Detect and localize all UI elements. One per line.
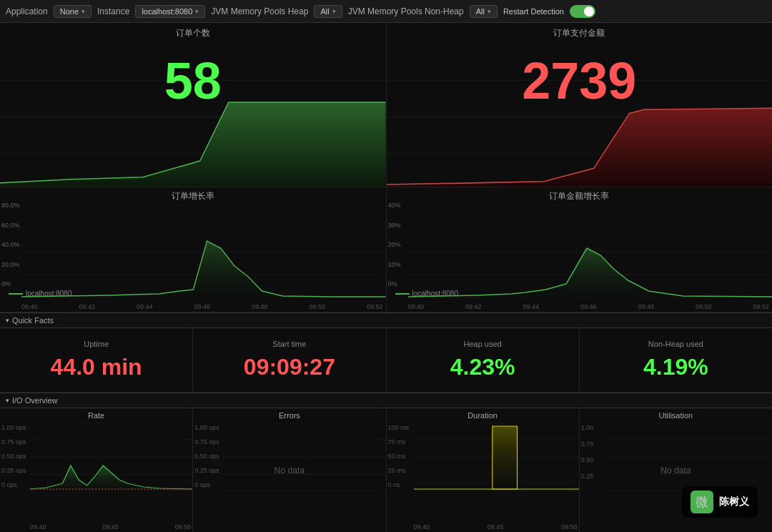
order-amount-title: 订单支付金额 <box>387 23 773 44</box>
order-growth-chart <box>21 205 386 298</box>
utilisation-no-data: No data <box>660 466 691 476</box>
watermark-text: 陈树义 <box>719 496 749 508</box>
duration-chart <box>414 423 579 491</box>
utilisation-chart <box>604 423 772 491</box>
io-overview-header[interactable]: ▾ I/O Overview <box>0 393 772 408</box>
svg-marker-25 <box>30 466 192 491</box>
order-amount-value: 2739 <box>522 51 636 110</box>
order-amount-panel: 订单支付金额 2739 <box>387 23 773 187</box>
order-amount-growth-chart <box>408 205 773 298</box>
non-heap-filter-dropdown[interactable]: All ▾ <box>470 5 498 18</box>
chevron-down-icon: ▾ <box>81 8 85 15</box>
order-growth-panel: 订单增长率 80.0% 60.0% 40.0% 20.0% 0% <box>0 187 387 312</box>
top-charts-row: 订单个数 58 订单支付 <box>0 23 772 187</box>
middle-charts-row: 订单增长率 80.0% 60.0% 40.0% 20.0% 0% <box>0 187 772 312</box>
io-charts-row: Rate 1.00 ops 0.75 ops 0.50 ops 0.25 ops… <box>0 408 772 532</box>
legend-line-icon <box>9 293 23 295</box>
svg-marker-7 <box>387 108 773 187</box>
heap-filter-dropdown[interactable]: All ▾ <box>314 5 342 18</box>
chevron-icon: ▾ <box>6 317 9 324</box>
errors-y-labels: 1.00 ops 0.75 ops 0.50 ops 0.25 ops 0 op… <box>194 424 219 488</box>
top-navigation: Application None ▾ Instance localhost:80… <box>0 0 772 23</box>
uptime-panel: Uptime 44.0 min <box>0 328 193 392</box>
order-amount-growth-x-axis: 09:4009:4209:4409:4609:4809:5009:52 <box>408 303 770 310</box>
duration-y-labels: 100 ms 75 ms 50 ms 25 ms 0 ns <box>388 424 410 488</box>
order-amount-growth-title: 订单金额增长率 <box>387 187 773 205</box>
rate-x-labels: 09:4009:4509:50 <box>30 523 191 531</box>
none-dropdown[interactable]: None ▾ <box>54 5 91 18</box>
heap-used-value: 4.23% <box>450 354 515 380</box>
instance-dropdown[interactable]: localhost:8080 ▾ <box>135 5 205 18</box>
errors-panel: Errors 1.00 ops 0.75 ops 0.50 ops 0.25 o… <box>193 408 386 532</box>
non-heap-used-label: Non-Heap used <box>648 340 703 348</box>
order-growth-y-axis: 80.0% 60.0% 40.0% 20.0% 0% <box>1 202 20 287</box>
chevron-down-icon: ▾ <box>488 8 491 15</box>
uptime-label: Uptime <box>84 340 109 348</box>
instance-label: Instance <box>97 6 129 16</box>
application-label: Application <box>6 6 48 16</box>
chevron-icon: ▾ <box>6 397 9 404</box>
restart-detection-toggle[interactable] <box>570 5 595 18</box>
order-count-title: 订单个数 <box>0 23 386 44</box>
duration-title: Duration <box>387 408 579 423</box>
non-heap-used-value: 4.19% <box>643 354 708 380</box>
non-heap-label: JVM Memory Pools Non-Heap <box>348 6 464 16</box>
duration-x-labels: 09:4009:4509:50 <box>414 523 578 531</box>
duration-panel: Duration 100 ms 75 ms 50 ms 25 ms 0 ns <box>387 408 580 532</box>
order-amount-growth-panel: 订单金额增长率 40% 30% 20% 10% 0% <box>387 187 773 312</box>
restart-detection-label: Restart Detection <box>503 7 564 16</box>
legend-line-icon <box>395 293 410 295</box>
main-content: 订单个数 58 订单支付 <box>0 23 772 532</box>
watermark-icon: 微 <box>691 491 713 513</box>
quick-facts-header[interactable]: ▾ Quick Facts <box>0 312 772 328</box>
non-heap-used-panel: Non-Heap used 4.19% <box>580 328 772 392</box>
svg-rect-37 <box>492 426 517 489</box>
order-count-value: 58 <box>164 51 222 110</box>
watermark: 微 陈树义 <box>682 486 758 518</box>
rate-panel: Rate 1.00 ops 0.75 ops 0.50 ops 0.25 ops… <box>0 408 193 532</box>
order-count-panel: 订单个数 58 <box>0 23 387 187</box>
svg-marker-3 <box>0 102 386 187</box>
uptime-value: 44.0 min <box>51 354 142 380</box>
order-amount-growth-legend: localhost:8080 <box>391 288 463 299</box>
rate-chart <box>30 423 192 491</box>
chevron-down-icon: ▾ <box>332 8 336 15</box>
errors-chart <box>223 423 385 491</box>
chevron-down-icon: ▾ <box>195 8 199 15</box>
utilisation-title: Utilisation <box>580 408 772 423</box>
rate-y-labels: 1.00 ops 0.75 ops 0.50 ops 0.25 ops 0 op… <box>1 424 26 488</box>
errors-title: Errors <box>193 408 385 423</box>
utilisation-y-labels: 1.00 0.75 0.50 0.25 <box>581 424 594 488</box>
start-time-value: 09:09:27 <box>244 354 335 380</box>
heap-used-label: Heap used <box>464 340 502 348</box>
order-growth-legend: localhost:8080 <box>4 288 76 299</box>
start-time-label: Start time <box>272 340 306 348</box>
order-growth-title: 订单增长率 <box>0 187 386 205</box>
order-amount-growth-y-axis: 40% 30% 20% 10% 0% <box>388 202 401 287</box>
quick-facts-row: Uptime 44.0 min Start time 09:09:27 Heap… <box>0 328 772 393</box>
rate-title: Rate <box>0 408 192 423</box>
errors-no-data: No data <box>274 466 305 476</box>
order-growth-x-axis: 09:4009:4209:4409:4609:4809:5009:52 <box>21 303 383 310</box>
heap-label: JVM Memory Pools Heap <box>211 6 308 16</box>
heap-used-panel: Heap used 4.23% <box>387 328 580 392</box>
start-time-panel: Start time 09:09:27 <box>193 328 386 392</box>
